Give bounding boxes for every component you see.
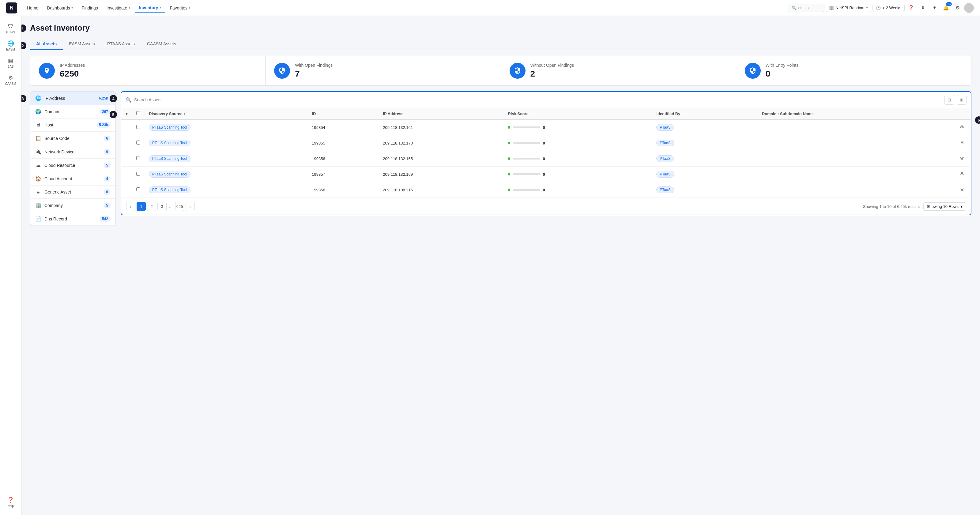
ip-address-cell: 209.118.132.169 (379, 167, 503, 182)
actions-cell: 👁 (954, 151, 971, 167)
tab-easm-assets[interactable]: EASM Assets (63, 38, 101, 50)
stat-ip-label: IP Addresses (60, 63, 85, 68)
sidebar-item-easm[interactable]: 🌐 EASM (2, 38, 20, 54)
rows-per-page-select[interactable]: Showing 10 Rows ▾ (923, 202, 966, 211)
asset-type-domain[interactable]: 🌍 Domain 267 (30, 105, 115, 119)
row-checkbox[interactable] (136, 188, 140, 191)
identified-by-cell: PTaaS (652, 167, 757, 182)
page-3-button[interactable]: 3 (158, 202, 167, 211)
asset-type-host[interactable]: 🖥 Host 5.23k (30, 119, 115, 132)
risk-value: 0 (542, 172, 545, 176)
step-6: 6 (975, 116, 980, 124)
user-avatar[interactable] (964, 3, 974, 13)
notifications-button[interactable]: 🔔 16 (941, 3, 951, 13)
nav-favorites[interactable]: Favorites ▾ (166, 4, 194, 12)
source-code-icon: 📋 (35, 135, 41, 141)
row-checkbox-cell (132, 151, 145, 167)
asset-type-generic[interactable]: # Generic Asset 6 (30, 186, 115, 199)
sidebar-item-ptaas[interactable]: 🛡 PTaaS (2, 21, 20, 37)
ip-icon (39, 63, 55, 79)
help-button[interactable]: ❓ (906, 3, 916, 13)
row-checkbox-cell (132, 167, 145, 182)
ip-address-cell: 209.118.132.161 (379, 119, 503, 135)
page-buttons: ‹ 1 2 3 ... 625 › (126, 202, 195, 211)
view-button[interactable]: 👁 (958, 170, 967, 178)
settings-button[interactable]: ⚙ (953, 3, 963, 13)
discovery-source-tag[interactable]: PTaaS Scanning Tool (149, 171, 191, 178)
asset-type-source-code[interactable]: 📋 Source Code 6 (30, 132, 115, 145)
tab-ptaas-assets[interactable]: PTAAS Assets (101, 38, 141, 50)
expand-cell (121, 182, 132, 198)
ip-address-cell: 209.118.132.170 (379, 135, 503, 151)
view-button[interactable]: 👁 (958, 154, 967, 163)
select-all-checkbox[interactable] (136, 111, 140, 115)
sidebar-item-bas[interactable]: ▦ BAS (2, 55, 20, 71)
discovery-source-tag[interactable]: PTaaS Scanning Tool (149, 186, 191, 193)
id-cell: 199354 (307, 119, 379, 135)
page-1-button[interactable]: 1 (137, 202, 146, 211)
nav-findings[interactable]: Findings (78, 4, 102, 12)
risk-score-cell: 0 (503, 167, 652, 182)
tab-all-assets[interactable]: All Assets (30, 38, 63, 50)
discovery-source-tag[interactable]: PTaaS Scanning Tool (149, 124, 191, 131)
global-search[interactable]: 🔍 ctrl + / (788, 4, 824, 12)
risk-dot (508, 126, 510, 129)
nav-home[interactable]: Home (23, 4, 42, 12)
filter-button[interactable]: ⊟ (945, 95, 954, 105)
app-logo[interactable]: N (6, 2, 17, 13)
ai-button[interactable]: ✦ (929, 3, 940, 13)
view-button[interactable]: 👁 (958, 123, 967, 132)
page-last-button[interactable]: 625 (175, 202, 185, 211)
chevron-down-icon: ▾ (960, 204, 963, 209)
next-page-button[interactable]: › (186, 202, 195, 211)
col-discovery-source[interactable]: Discovery Source ↑ (145, 108, 307, 119)
asset-type-cloud-account[interactable]: 🏠 Cloud Account 4 (30, 172, 115, 186)
tab-caasm-assets[interactable]: CAASM Assets (141, 38, 182, 50)
sidebar-item-help[interactable]: ❓ Help (2, 494, 20, 510)
nav-dashboards[interactable]: Dashboards ▾ (43, 4, 77, 12)
page-2-button[interactable]: 2 (147, 202, 156, 211)
download-button[interactable]: ⬇ (918, 3, 928, 13)
actions-cell: 👁 (954, 167, 971, 182)
risk-dot (508, 189, 510, 191)
row-checkbox[interactable] (136, 140, 140, 145)
row-checkbox[interactable] (136, 125, 140, 129)
time-filter[interactable]: 🕐 > 2 Weeks (872, 4, 905, 12)
sidebar-item-caasm[interactable]: ⚙ CAASM (2, 72, 20, 88)
discovery-source-cell: PTaaS Scanning Tool (145, 151, 307, 167)
asset-type-company[interactable]: 🏢 Company 5 (30, 199, 115, 212)
asset-type-ip[interactable]: 🌐 IP Address 6.25k (30, 92, 115, 105)
identified-by-tag[interactable]: PTaaS (656, 186, 674, 193)
search-assets-input[interactable] (134, 97, 942, 102)
domain-cell (758, 182, 954, 198)
expand-cell (121, 167, 132, 182)
view-button[interactable]: 👁 (958, 139, 967, 147)
identified-by-tag[interactable]: PTaaS (656, 140, 674, 146)
discovery-source-tag[interactable]: PTaaS Scanning Tool (149, 140, 191, 146)
table-search-bar: 🔍 ⊟ ⊞ (121, 92, 971, 108)
workspace-selector[interactable]: 🏢 NetSPI Random ▾ (826, 4, 872, 12)
discovery-source-tag[interactable]: PTaaS Scanning Tool (149, 155, 191, 162)
col-domain-subdomain: Domain : Subdomain Name (758, 108, 954, 119)
id-cell: 199356 (307, 151, 379, 167)
identified-by-tag[interactable]: PTaaS (656, 124, 674, 131)
asset-type-network-device[interactable]: 🔌 Network Device 9 (30, 145, 115, 159)
view-button[interactable]: 👁 (958, 186, 967, 194)
content-row: 3 🌐 IP Address 6.25k 🌍 Domain 267 🖥 H (30, 91, 971, 226)
row-checkbox-cell (132, 135, 145, 151)
asset-type-cloud-resource[interactable]: ☁ Cloud Resource 5 (30, 159, 115, 172)
prev-page-button[interactable]: ‹ (126, 202, 135, 211)
asset-type-dns[interactable]: 📄 Dns Record 542 (30, 212, 115, 226)
row-checkbox[interactable] (136, 156, 140, 160)
identified-by-tag[interactable]: PTaaS (656, 155, 674, 162)
identified-by-tag[interactable]: PTaaS (656, 171, 674, 178)
columns-button[interactable]: ⊞ (957, 95, 967, 105)
building-icon: 🏢 (829, 5, 834, 10)
cloud-account-icon: 🏠 (35, 176, 41, 181)
nav-inventory[interactable]: Inventory ▾ (135, 3, 165, 13)
risk-dot (508, 173, 510, 175)
row-checkbox[interactable] (136, 172, 140, 176)
chevron-down-icon: ▾ (129, 6, 130, 10)
risk-score-cell: 0 (503, 182, 652, 198)
nav-investigate[interactable]: Investigate ▾ (103, 4, 134, 12)
